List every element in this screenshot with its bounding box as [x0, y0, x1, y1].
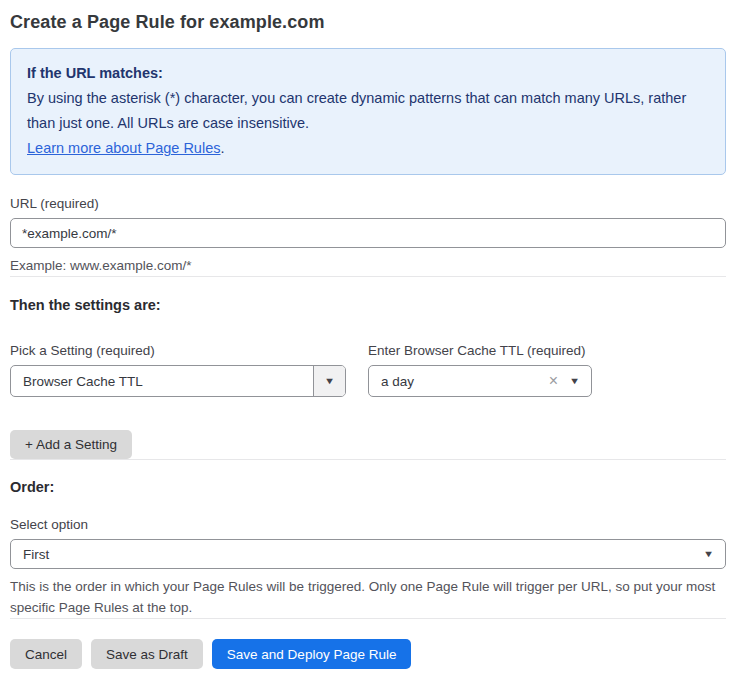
learn-more-link[interactable]: Learn more about Page Rules — [27, 140, 220, 156]
ttl-select-icons: × ▼ — [549, 373, 591, 389]
divider — [10, 276, 726, 277]
ttl-field: Enter Browser Cache TTL (required) a day… — [368, 343, 592, 397]
save-and-deploy-button[interactable]: Save and Deploy Page Rule — [212, 639, 412, 669]
url-helper-text: Example: www.example.com/* — [10, 255, 726, 276]
save-as-draft-button[interactable]: Save as Draft — [91, 639, 203, 669]
settings-field-row: Pick a Setting (required) Browser Cache … — [10, 343, 726, 397]
link-period: . — [220, 140, 224, 156]
url-field: URL (required) Example: www.example.com/… — [10, 196, 726, 276]
chevron-down-icon: ▼ — [703, 550, 714, 559]
url-input[interactable] — [10, 218, 726, 248]
divider — [10, 618, 726, 619]
setting-picker-label: Pick a Setting (required) — [10, 343, 346, 358]
page-title: Create a Page Rule for example.com — [10, 12, 726, 33]
setting-picker-value: Browser Cache TTL — [11, 374, 313, 389]
order-label: Select option — [10, 517, 726, 532]
order-helper-text: This is the order in which your Page Rul… — [10, 576, 726, 618]
settings-section-heading: Then the settings are: — [10, 297, 726, 313]
setting-picker-field: Pick a Setting (required) Browser Cache … — [10, 343, 346, 397]
url-match-info-box: If the URL matches: By using the asteris… — [10, 48, 726, 175]
order-value: First — [11, 547, 704, 562]
chevron-down-icon: ▼ — [324, 377, 335, 386]
setting-picker-select[interactable]: Browser Cache TTL ▼ — [10, 365, 346, 397]
ttl-select[interactable]: a day × ▼ — [368, 365, 592, 397]
cancel-button[interactable]: Cancel — [10, 639, 82, 669]
clear-icon[interactable]: × — [549, 373, 558, 389]
chevron-down-icon: ▼ — [569, 377, 580, 386]
ttl-value: a day — [369, 374, 549, 389]
divider — [10, 459, 726, 460]
add-setting-button[interactable]: + Add a Setting — [10, 430, 132, 459]
info-box-heading: If the URL matches: — [27, 61, 709, 86]
info-box-link-line: Learn more about Page Rules. — [27, 136, 709, 161]
footer-actions: Cancel Save as Draft Save and Deploy Pag… — [10, 639, 726, 669]
order-field: Select option First ▼ This is the order … — [10, 517, 726, 618]
url-label: URL (required) — [10, 196, 726, 211]
order-section-heading: Order: — [10, 479, 726, 495]
select-arrow-button[interactable]: ▼ — [313, 366, 345, 396]
order-select[interactable]: First ▼ — [10, 539, 726, 569]
create-page-rule-form: Create a Page Rule for example.com If th… — [0, 0, 736, 669]
info-box-body: By using the asterisk (*) character, you… — [27, 86, 687, 136]
ttl-label: Enter Browser Cache TTL (required) — [368, 343, 592, 358]
